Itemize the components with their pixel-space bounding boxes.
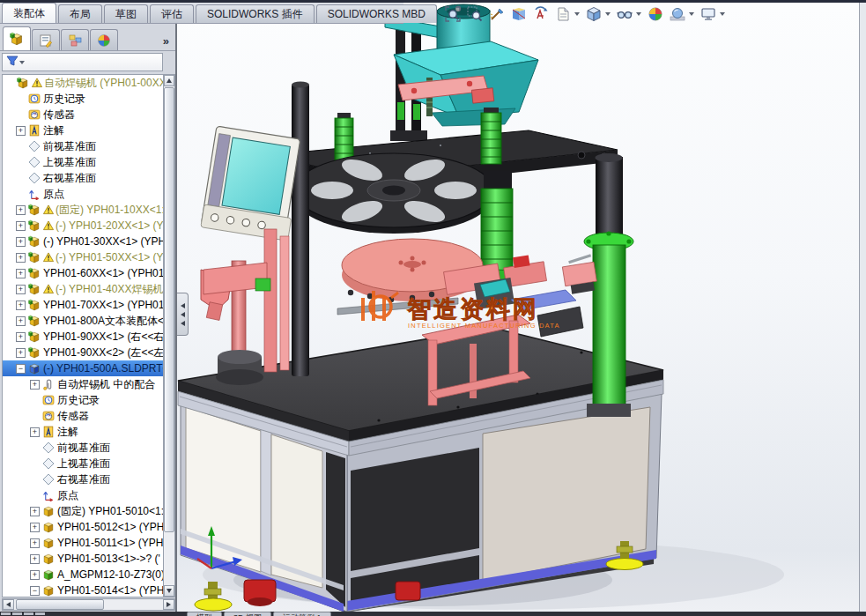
ribbon-tab[interactable]: SOLIDWORKS MBD: [316, 4, 437, 23]
tree-item[interactable]: +YPH01-5012<1> (YPH: [3, 519, 163, 535]
tree-item[interactable]: +注解: [3, 122, 163, 138]
tree-item[interactable]: 原点: [3, 487, 163, 503]
bottom-tab[interactable]: 运动算例 1: [273, 612, 331, 616]
tree-item[interactable]: +(固定) YPH01-5010<1:: [3, 503, 163, 519]
tree-item[interactable]: 传感器: [3, 408, 163, 424]
vertical-scroll-thumb[interactable]: [164, 87, 174, 532]
tree-expander[interactable]: +: [16, 348, 26, 358]
propertymanager-tab[interactable]: [32, 29, 60, 50]
graphics-viewport[interactable]: 智造资料网 INTELLIGENT MANUFACTURING DATA: [176, 3, 859, 612]
configurationmanager-tab[interactable]: [61, 29, 89, 50]
displaymanager-tab[interactable]: [90, 29, 118, 50]
view-settings-icon[interactable]: [700, 6, 716, 22]
tree-item[interactable]: 自动焊锡机 (YPH01-00XX·: [3, 75, 163, 91]
tree-expander[interactable]: +: [16, 269, 26, 278]
tree-vertical-scrollbar[interactable]: [163, 74, 175, 597]
tree-item[interactable]: +(-) YPH01-20XX<1> (Y: [3, 218, 163, 234]
tree-item[interactable]: +(-) YPH01-40XX焊锡机机: [3, 281, 163, 297]
section-view-icon[interactable]: [511, 6, 527, 22]
scroll-right-button[interactable]: [163, 599, 174, 610]
tree-item[interactable]: +注解: [3, 424, 163, 440]
tree-expander[interactable]: +: [30, 570, 40, 580]
tree-item[interactable]: 原点: [3, 186, 163, 202]
dropdown-caret-icon[interactable]: [574, 12, 580, 16]
ribbon-tab[interactable]: SOLIDWORKS 插件: [196, 4, 315, 23]
manager-tab-overflow-button[interactable]: »: [163, 34, 169, 50]
tree-item[interactable]: +YPH01-5011<1> (YPH: [3, 535, 163, 551]
tree-item[interactable]: +YPH01-800A文本装配体<1: [3, 313, 163, 329]
tree-item[interactable]: +YPH01-90XX<2> (左<<左: [3, 345, 163, 360]
tree-expander[interactable]: +: [16, 126, 26, 136]
bottom-tab[interactable]: 3D 视图: [224, 612, 271, 616]
window-splitter-button[interactable]: [24, 612, 33, 615]
dropdown-caret-icon[interactable]: [636, 12, 641, 16]
tree-horizontal-scrollbar[interactable]: [2, 598, 175, 611]
filter-dropdown-caret[interactable]: [19, 61, 25, 64]
tree-expander[interactable]: +: [30, 538, 40, 548]
tree-expander[interactable]: +: [16, 237, 26, 247]
tree-expander[interactable]: −: [30, 586, 40, 596]
featuremanager-splitter-handle[interactable]: [177, 293, 189, 336]
view-orientation-icon[interactable]: [555, 6, 571, 22]
tree-item[interactable]: 上视基准面: [3, 154, 163, 170]
ribbon-tab[interactable]: 草图: [104, 4, 148, 23]
tree-expander[interactable]: +: [30, 554, 40, 564]
featuremanager-tree-tab[interactable]: [3, 26, 31, 50]
horizontal-scroll-thumb[interactable]: [16, 599, 104, 610]
window-splitter-button[interactable]: [1, 612, 11, 615]
tree-item[interactable]: +A_MGPM12-10-Z73(0): [3, 567, 163, 583]
tree-expander[interactable]: +: [30, 380, 40, 390]
tree-item[interactable]: +(固定) YPH01-10XX<1:: [3, 202, 163, 218]
ribbon-tab[interactable]: 布局: [58, 4, 102, 23]
tree-item[interactable]: −(-) YPH01-500A.SLDPRT<: [3, 360, 163, 376]
window-splitter-button[interactable]: [35, 612, 45, 615]
ribbon-tab[interactable]: 装配体: [2, 3, 56, 23]
ribbon-tab[interactable]: 评估: [150, 4, 194, 23]
tree-expander[interactable]: +: [30, 523, 40, 532]
tree-expander[interactable]: +: [16, 205, 26, 215]
dropdown-caret-icon[interactable]: [720, 12, 725, 16]
apply-scene-icon[interactable]: [670, 6, 685, 22]
tree-item[interactable]: 前视基准面: [3, 440, 163, 456]
tree-item[interactable]: 历史记录: [3, 91, 163, 107]
tree-item[interactable]: +YPH01-90XX<1> (右<<右: [3, 329, 163, 345]
bottom-tab[interactable]: 模型: [187, 612, 222, 616]
zoom-to-area-icon[interactable]: [467, 6, 483, 22]
scroll-left-button[interactable]: [3, 599, 14, 610]
part-icon: [42, 584, 55, 597]
display-style-icon[interactable]: [586, 6, 602, 22]
window-splitter-button[interactable]: [12, 612, 22, 615]
tree-filter[interactable]: [2, 53, 163, 71]
edit-appearance-icon[interactable]: [648, 6, 663, 22]
scroll-down-button[interactable]: [164, 585, 174, 597]
tree-item[interactable]: +(-) YPH01-50XX<1> (Y: [3, 249, 163, 265]
annotation-views-icon[interactable]: [533, 6, 549, 22]
dropdown-caret-icon[interactable]: [605, 12, 611, 16]
tree-item[interactable]: 上视基准面: [3, 456, 163, 471]
tree-item[interactable]: +YPH01-70XX<1> (YPH01-: [3, 297, 163, 313]
tree-expander[interactable]: +: [16, 285, 26, 294]
tree-item[interactable]: +自动焊锡机 中的配合: [3, 376, 163, 392]
tree-item[interactable]: 前视基准面: [3, 138, 163, 154]
tree-expander[interactable]: +: [16, 221, 26, 231]
tree-expander[interactable]: +: [30, 507, 40, 516]
tree-expander[interactable]: +: [16, 316, 26, 326]
tree-expander[interactable]: +: [16, 253, 26, 263]
dropdown-caret-icon[interactable]: [689, 12, 694, 16]
hide-show-items-icon[interactable]: [617, 6, 633, 22]
tree-item[interactable]: +(-) YPH01-30XX<1> (YPH: [3, 234, 163, 249]
tree-expander[interactable]: +: [16, 332, 26, 342]
tree-expander[interactable]: +: [16, 301, 26, 310]
tree-item[interactable]: 传感器: [3, 107, 163, 122]
tree-item[interactable]: +YPH01-60XX<1> (YPH01-: [3, 265, 163, 281]
tree-item[interactable]: +YPH01-5013<1>->? (': [3, 551, 163, 567]
tree-expander[interactable]: −: [16, 364, 26, 374]
tree-expander[interactable]: +: [30, 427, 40, 437]
previous-view-icon[interactable]: [489, 6, 505, 22]
scroll-up-button[interactable]: [164, 75, 174, 86]
zoom-to-fit-icon[interactable]: [445, 6, 461, 22]
tree-item[interactable]: 右视基准面: [3, 170, 163, 186]
tree-item[interactable]: 右视基准面: [3, 471, 163, 487]
tree-item[interactable]: 历史记录: [3, 392, 163, 408]
tree-item[interactable]: −YPH01-5014<1> (YPH: [3, 583, 163, 597]
